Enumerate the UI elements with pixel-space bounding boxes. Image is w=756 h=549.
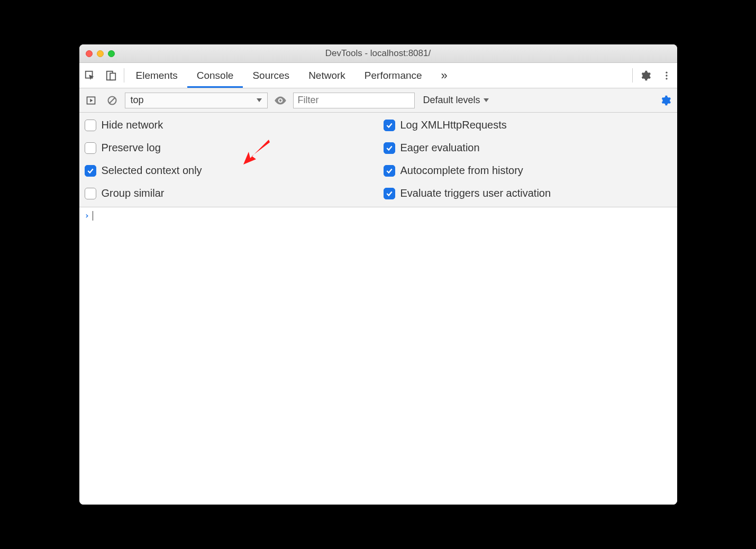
setting-selected-context-only[interactable]: Selected context only: [85, 164, 373, 177]
log-levels-select[interactable]: Default levels: [419, 95, 493, 106]
checkbox-icon: [85, 165, 96, 177]
window-title: DevTools - localhost:8081/: [325, 48, 431, 59]
more-tabs-button[interactable]: »: [432, 63, 457, 88]
execution-context-label: top: [131, 95, 144, 106]
tab-network[interactable]: Network: [299, 63, 355, 88]
tab-console[interactable]: Console: [187, 63, 243, 88]
text-cursor: [93, 211, 93, 221]
panel-tabstrip: Elements Console Sources Network Perform…: [79, 63, 677, 88]
svg-point-5: [666, 78, 667, 79]
setting-group-similar[interactable]: Group similar: [85, 187, 373, 199]
svg-rect-2: [110, 73, 115, 80]
console-output-area[interactable]: ›: [79, 207, 677, 505]
checkbox-icon: [384, 165, 395, 177]
chevron-down-icon: [484, 98, 489, 102]
setting-eager-evaluation[interactable]: Eager evaluation: [384, 142, 672, 154]
tab-elements[interactable]: Elements: [126, 63, 187, 88]
tab-sources[interactable]: Sources: [243, 63, 299, 88]
tab-performance[interactable]: Performance: [355, 63, 432, 88]
maximize-window-button[interactable]: [108, 50, 115, 57]
setting-label: Log XMLHttpRequests: [400, 119, 507, 131]
svg-point-3: [666, 71, 667, 73]
setting-label: Evaluate triggers user activation: [400, 187, 551, 199]
setting-preserve-log[interactable]: Preserve log: [85, 142, 373, 154]
traffic-lights: [79, 50, 115, 57]
log-levels-label: Default levels: [423, 95, 480, 106]
divider: [632, 68, 633, 83]
chevron-down-icon: [257, 98, 262, 102]
execution-context-select[interactable]: top: [125, 93, 268, 108]
titlebar: DevTools - localhost:8081/: [79, 44, 677, 63]
console-settings-gear-icon[interactable]: [657, 95, 674, 106]
console-settings-panel: Hide network Log XMLHttpRequests Preserv…: [79, 113, 677, 207]
live-expression-eye-icon[interactable]: [272, 94, 289, 107]
svg-line-8: [110, 98, 115, 103]
setting-log-xhr[interactable]: Log XMLHttpRequests: [384, 119, 672, 131]
checkbox-icon: [85, 188, 96, 199]
checkbox-icon: [384, 188, 395, 199]
inspect-element-icon[interactable]: [79, 63, 101, 88]
minimize-window-button[interactable]: [97, 50, 104, 57]
setting-hide-network[interactable]: Hide network: [85, 119, 373, 131]
checkbox-icon: [384, 120, 395, 131]
checkbox-icon: [85, 120, 96, 131]
devtools-window: DevTools - localhost:8081/ Elements Cons…: [79, 44, 677, 505]
console-toolbar: top Default levels: [79, 88, 677, 113]
checkbox-icon: [85, 142, 96, 154]
settings-gear-icon[interactable]: [635, 63, 656, 88]
close-window-button[interactable]: [86, 50, 93, 57]
setting-label: Hide network: [102, 119, 163, 131]
setting-evaluate-user-activation[interactable]: Evaluate triggers user activation: [384, 187, 672, 199]
checkbox-icon: [384, 142, 395, 154]
svg-point-4: [666, 75, 667, 76]
setting-label: Autocomplete from history: [400, 164, 523, 177]
svg-point-9: [279, 99, 281, 101]
kebab-menu-icon[interactable]: [656, 63, 677, 88]
setting-label: Preserve log: [102, 142, 161, 154]
setting-label: Selected context only: [102, 164, 202, 177]
divider: [124, 68, 124, 83]
clear-console-icon[interactable]: [104, 95, 121, 106]
setting-label: Eager evaluation: [400, 142, 480, 154]
console-prompt[interactable]: ›: [85, 211, 672, 221]
setting-label: Group similar: [102, 187, 165, 199]
prompt-chevron-icon: ›: [85, 211, 90, 221]
setting-autocomplete-history[interactable]: Autocomplete from history: [384, 164, 672, 177]
toggle-sidebar-icon[interactable]: [83, 95, 99, 106]
device-toolbar-icon[interactable]: [101, 63, 122, 88]
filter-input[interactable]: [293, 93, 415, 108]
